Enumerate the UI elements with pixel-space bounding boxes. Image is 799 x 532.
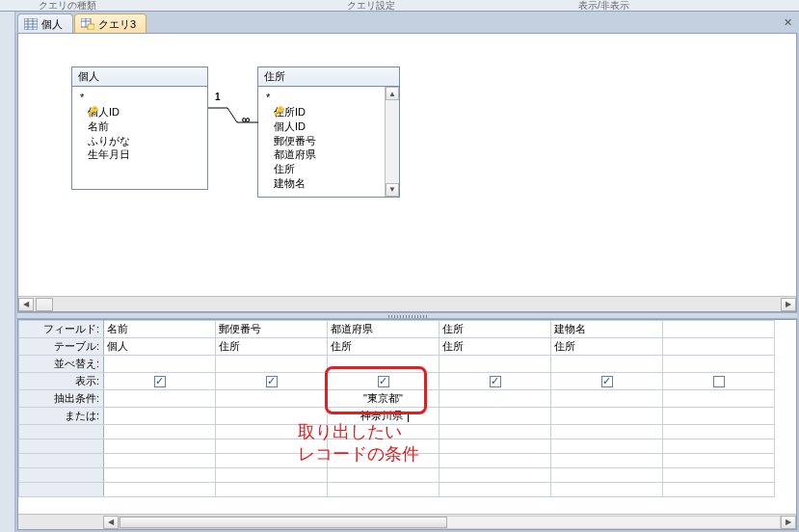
table-box-kojin[interactable]: 個人 * 🔑個人ID 名前 ふりがな 生年月日 xyxy=(71,66,208,190)
cell-show[interactable] xyxy=(551,373,663,390)
scroll-up-icon[interactable]: ▲ xyxy=(386,87,399,100)
cell-show[interactable] xyxy=(439,373,551,390)
close-icon[interactable]: ✕ xyxy=(780,14,795,30)
table-scrollbar[interactable]: ▲ ▼ xyxy=(385,87,399,197)
table-fields[interactable]: * 🔑住所ID 個人ID 郵便番号 都道府県 住所 建物名 xyxy=(258,87,385,197)
cell-table[interactable]: 住所 xyxy=(439,338,551,356)
cell-table[interactable]: 住所 xyxy=(328,338,439,356)
cell-or[interactable]: "神奈川県" xyxy=(328,408,439,425)
cell-field[interactable] xyxy=(663,321,775,338)
cell-criteria[interactable] xyxy=(663,390,775,408)
field-furigana[interactable]: ふりがな xyxy=(86,134,201,148)
field-asterisk[interactable]: * xyxy=(78,91,201,105)
relationship-diagram[interactable]: 個人 * 🔑個人ID 名前 ふりがな 生年月日 住所 * 🔑住所ID xyxy=(17,33,797,312)
cell-table[interactable]: 住所 xyxy=(551,338,663,356)
field-kojin-id[interactable]: 🔑個人ID xyxy=(86,105,201,120)
show-checkbox[interactable] xyxy=(378,376,389,387)
cell-field[interactable]: 名前 xyxy=(104,321,216,338)
cell-show[interactable] xyxy=(328,373,439,390)
table-title: 個人 xyxy=(72,67,207,87)
relationship-line[interactable] xyxy=(208,101,258,140)
cell-show[interactable] xyxy=(663,373,775,390)
cell-sort[interactable] xyxy=(663,356,775,373)
cell-table[interactable] xyxy=(663,338,775,356)
row-or: または: "神奈川県" xyxy=(19,408,775,425)
cell-criteria[interactable] xyxy=(104,390,216,408)
cell-sort[interactable] xyxy=(216,356,328,373)
join-cardinality-one: 1 xyxy=(215,92,221,102)
field-address[interactable]: 住所 xyxy=(272,162,379,176)
field-kojin-id[interactable]: 個人ID xyxy=(272,120,379,134)
row-table: テーブル: 個人 住所 住所 住所 住所 xyxy=(19,338,775,356)
cell-criteria[interactable] xyxy=(551,390,663,408)
grid-hscroll[interactable]: ◀ ▶ xyxy=(18,514,796,529)
row-sort: 並べ替え: xyxy=(19,356,775,373)
cell-field[interactable]: 都道府県 xyxy=(328,321,439,338)
table-title: 住所 xyxy=(258,67,399,87)
scroll-track-start xyxy=(36,298,53,311)
show-checkbox[interactable] xyxy=(154,376,166,387)
scroll-thumb[interactable] xyxy=(120,517,447,528)
cell-sort[interactable] xyxy=(328,356,439,373)
ribbon-label-2: クエリ設定 xyxy=(347,0,395,13)
cell-or[interactable] xyxy=(551,408,663,425)
row-label-or: または: xyxy=(19,408,104,425)
tab-label: クエリ3 xyxy=(98,17,136,32)
row-criteria: 抽出条件: "東京都" xyxy=(19,390,775,408)
cell-criteria[interactable] xyxy=(439,390,551,408)
query-icon xyxy=(81,18,94,30)
row-label-show: 表示: xyxy=(19,373,104,390)
ribbon-group-labels: クエリの種類 クエリ設定 表示/非表示 xyxy=(0,0,799,12)
scroll-down-icon[interactable]: ▼ xyxy=(386,183,399,197)
cell-field[interactable]: 郵便番号 xyxy=(216,321,328,338)
text-cursor xyxy=(408,412,409,422)
show-checkbox[interactable] xyxy=(601,376,613,387)
field-asterisk[interactable]: * xyxy=(264,91,379,105)
field-building[interactable]: 建物名 xyxy=(272,176,379,191)
tab-label: 個人 xyxy=(41,17,63,32)
tab-query3[interactable]: クエリ3 xyxy=(74,13,146,33)
diagram-hscroll[interactable]: ◀ ▶ xyxy=(18,296,796,311)
cell-sort[interactable] xyxy=(104,356,216,373)
query-design-grid[interactable]: フィールド: 名前 郵便番号 都道府県 住所 建物名 テーブル: 個人 住所 住… xyxy=(17,319,797,530)
cell-field[interactable]: 住所 xyxy=(439,321,551,338)
show-checkbox[interactable] xyxy=(266,376,278,387)
scroll-left-icon[interactable]: ◀ xyxy=(103,516,119,529)
nav-strip xyxy=(0,12,15,532)
field-prefecture[interactable]: 都道府県 xyxy=(272,147,379,162)
pane-splitter[interactable] xyxy=(17,312,797,319)
row-label-criteria: 抽出条件: xyxy=(19,390,104,408)
show-checkbox[interactable] xyxy=(713,376,725,387)
cell-field[interactable]: 建物名 xyxy=(551,321,663,338)
ribbon-label-3: 表示/非表示 xyxy=(578,0,629,13)
cell-or[interactable] xyxy=(439,408,551,425)
document-tabs: 個人 クエリ3 ✕ xyxy=(15,12,799,33)
row-field: フィールド: 名前 郵便番号 都道府県 住所 建物名 xyxy=(19,321,775,338)
field-postal[interactable]: 郵便番号 xyxy=(272,134,379,148)
key-icon: 🔑 xyxy=(274,105,283,117)
cell-show[interactable] xyxy=(216,373,328,390)
scroll-right-icon[interactable]: ▶ xyxy=(781,516,796,529)
cell-or[interactable] xyxy=(663,408,775,425)
cell-criteria[interactable]: "東京都" xyxy=(328,390,439,408)
table-box-jusho[interactable]: 住所 * 🔑住所ID 個人ID 郵便番号 都道府県 住所 建物名 ▲ ▼ xyxy=(257,66,400,198)
table-fields[interactable]: * 🔑個人ID 名前 ふりがな 生年月日 xyxy=(72,87,207,189)
cell-table[interactable]: 住所 xyxy=(216,338,328,356)
svg-rect-9 xyxy=(88,24,94,30)
field-birthdate[interactable]: 生年月日 xyxy=(86,147,201,162)
cell-criteria[interactable] xyxy=(216,390,328,408)
field-name[interactable]: 名前 xyxy=(86,120,201,134)
tab-kojin[interactable]: 個人 xyxy=(17,13,73,33)
scroll-left-icon[interactable]: ◀ xyxy=(18,298,34,311)
cell-show[interactable] xyxy=(104,373,216,390)
cell-or[interactable] xyxy=(216,408,328,425)
cell-sort[interactable] xyxy=(439,356,551,373)
scroll-track[interactable] xyxy=(119,516,781,529)
cell-or[interactable] xyxy=(104,408,216,425)
field-jusho-id[interactable]: 🔑住所ID xyxy=(272,105,379,120)
show-checkbox[interactable] xyxy=(490,376,501,387)
cell-sort[interactable] xyxy=(551,356,663,373)
join-cardinality-many: ∞ xyxy=(242,113,251,126)
cell-table[interactable]: 個人 xyxy=(104,338,216,356)
scroll-right-icon[interactable]: ▶ xyxy=(781,298,796,311)
